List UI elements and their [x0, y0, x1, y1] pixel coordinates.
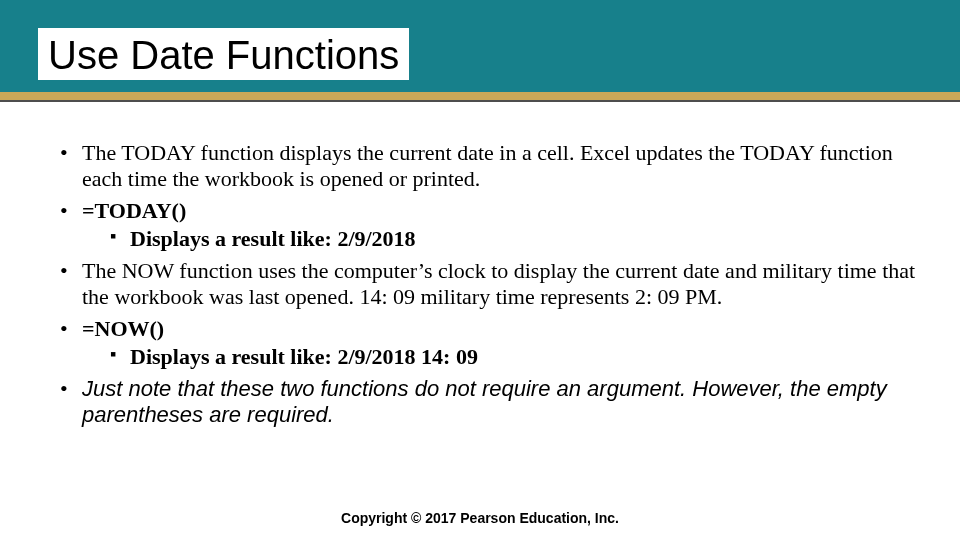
- sub-bullet-list: Displays a result like: 2/9/2018: [82, 226, 920, 252]
- bullet-item: The NOW function uses the computer’s clo…: [60, 258, 920, 310]
- bullet-item: =TODAY()Displays a result like: 2/9/2018: [60, 198, 920, 252]
- sub-bullet-text: Displays a result like: 2/9/2018: [130, 226, 416, 251]
- slide: Use Date Functions The TODAY function di…: [0, 0, 960, 540]
- copyright-footer: Copyright © 2017 Pearson Education, Inc.: [0, 510, 960, 526]
- slide-title: Use Date Functions: [38, 28, 409, 80]
- sub-bullet-text: Displays a result like: 2/9/2018 14: 09: [130, 344, 478, 369]
- content-area: The TODAY function displays the current …: [60, 140, 920, 434]
- sub-bullet-list: Displays a result like: 2/9/2018 14: 09: [82, 344, 920, 370]
- bullet-text: =TODAY(): [82, 198, 186, 223]
- title-underline: [0, 100, 960, 102]
- sub-bullet-item: Displays a result like: 2/9/2018 14: 09: [110, 344, 920, 370]
- bullet-list: The TODAY function displays the current …: [60, 140, 920, 428]
- bullet-text: =NOW(): [82, 316, 164, 341]
- bullet-text: The TODAY function displays the current …: [82, 140, 893, 191]
- bullet-text: Just note that these two functions do no…: [82, 376, 887, 427]
- bullet-text: The NOW function uses the computer’s clo…: [82, 258, 915, 309]
- bullet-item: The TODAY function displays the current …: [60, 140, 920, 192]
- sub-bullet-item: Displays a result like: 2/9/2018: [110, 226, 920, 252]
- bullet-item: =NOW()Displays a result like: 2/9/2018 1…: [60, 316, 920, 370]
- bullet-item: Just note that these two functions do no…: [60, 376, 920, 428]
- title-band-gold: [0, 92, 960, 100]
